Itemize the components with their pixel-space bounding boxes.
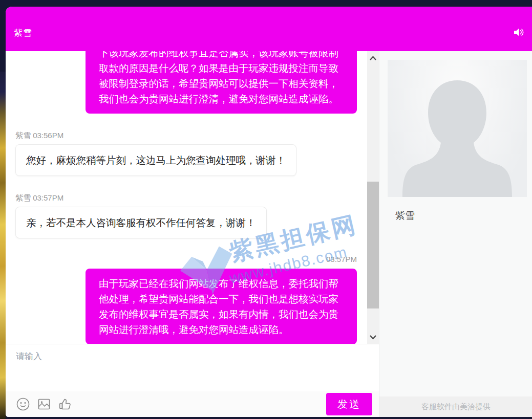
scrollbar-thumb[interactable] xyxy=(367,182,379,309)
agent-title: 紫雪 xyxy=(14,27,32,39)
scroll-up-icon[interactable] xyxy=(367,52,379,64)
scroll-down-icon[interactable] xyxy=(367,331,379,343)
chat-widget: 紫雪 下该玩家发布的维权事宜是否属实，该玩家账号被限制取款的原因是什么呢？如果是… xyxy=(6,7,532,417)
speaker-icon[interactable] xyxy=(512,26,525,39)
agent-avatar xyxy=(388,60,527,197)
agent-message-label: 紫雪 03:56PM xyxy=(15,131,357,141)
incoming-message-bubble: 您好，麻烦您稍等片刻，这边马上为您查询处理哦，谢谢！ xyxy=(15,144,296,176)
incoming-message-bubble: 亲，若不是本人咨询客服有权不作任何答复，谢谢！ xyxy=(15,207,267,238)
send-button[interactable]: 发送 xyxy=(326,393,372,415)
chat-scrollbar[interactable] xyxy=(367,51,379,344)
page-background-image-sliver xyxy=(0,72,6,419)
provider-note: 客服软件由美洽提供 xyxy=(379,396,532,417)
thumbs-up-icon[interactable] xyxy=(58,397,72,411)
chat-panel: 下该玩家发布的维权事宜是否属实，该玩家账号被限制取款的原因是什么呢？如果是由于玩… xyxy=(6,51,379,417)
agent-sidebar: 紫雪 客服软件由美洽提供 xyxy=(379,51,532,417)
emoji-icon[interactable] xyxy=(16,397,30,411)
composer: 发送 xyxy=(6,344,379,417)
chat-header: 紫雪 xyxy=(6,7,532,51)
agent-name: 紫雪 xyxy=(395,209,532,223)
outgoing-message-bubble: 下该玩家发布的维权事宜是否属实，该玩家账号被限制取款的原因是什么呢？如果是由于玩… xyxy=(86,51,357,114)
agent-message-label: 紫雪 03:57PM xyxy=(15,193,357,203)
message-list: 下该玩家发布的维权事宜是否属实，该玩家账号被限制取款的原因是什么呢？如果是由于玩… xyxy=(6,51,367,344)
outgoing-timestamp: 03:57PM xyxy=(326,255,357,263)
outgoing-message-bubble: 由于玩家已经在我们网站发布了维权信息，委托我们帮他处理，希望贵网站能配合一下，我… xyxy=(86,269,357,344)
image-upload-icon[interactable] xyxy=(37,397,51,411)
message-input[interactable] xyxy=(16,350,371,391)
composer-toolbar: 发送 xyxy=(6,391,379,417)
